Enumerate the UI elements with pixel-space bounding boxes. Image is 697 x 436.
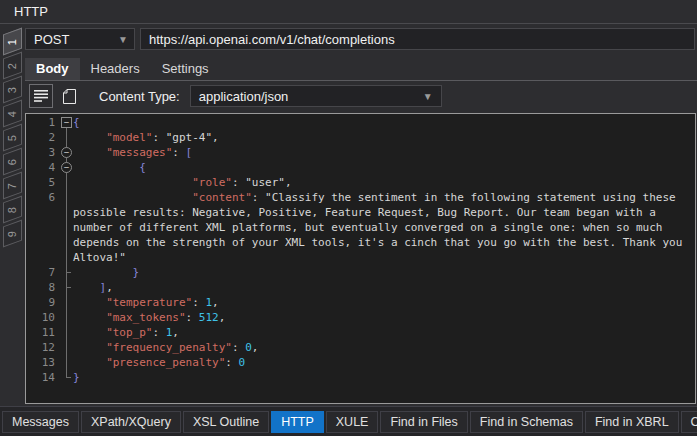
tab-settings[interactable]: Settings: [151, 58, 220, 80]
code-line: 4 {: [26, 160, 695, 175]
bottom-tab-find-in-xbrl[interactable]: Find in XBRL: [585, 411, 679, 433]
http-panel: 123456789 POST ▼ BodyHeadersSettings: [0, 24, 697, 406]
code-text: {: [73, 115, 695, 130]
fold-marker[interactable]: [60, 160, 73, 175]
side-tab-label: 4: [7, 110, 19, 116]
line-number: 13: [26, 355, 60, 370]
word-wrap-button[interactable]: [29, 84, 53, 108]
method-value: POST: [34, 32, 118, 47]
fold-guide: [60, 355, 73, 370]
method-dropdown[interactable]: POST ▼: [25, 28, 135, 50]
code-line: 8 ],: [26, 280, 695, 295]
chevron-down-icon: ▼: [423, 91, 433, 102]
bottom-tab-xule[interactable]: XULE: [326, 411, 379, 433]
panel-title: HTTP: [0, 0, 697, 24]
tab-headers[interactable]: Headers: [80, 58, 151, 80]
tab-body[interactable]: Body: [25, 58, 80, 80]
code-line: 14}: [26, 370, 695, 385]
code-line: 5 "role": "user",: [26, 175, 695, 190]
code-line: 2 "model": "gpt-4",: [26, 130, 695, 145]
line-number: 10: [26, 310, 60, 325]
fold-marker[interactable]: [60, 115, 73, 130]
line-number: 14: [26, 370, 60, 385]
line-number: 4: [26, 160, 60, 175]
code-line: 1{: [26, 115, 695, 130]
code-line: 10 "max_tokens": 512,: [26, 310, 695, 325]
fold-guide: [60, 310, 73, 325]
line-number: 1: [26, 115, 60, 130]
new-document-icon: [63, 89, 76, 104]
fold-guide: [60, 175, 73, 190]
fold-guide: [60, 265, 73, 280]
code-line: 13 "presence_penalty": 0: [26, 355, 695, 370]
line-number: 11: [26, 325, 60, 340]
bottom-tab-find-in-files[interactable]: Find in Files: [380, 411, 467, 433]
code-text: {: [73, 160, 695, 175]
code-text: }: [73, 370, 695, 385]
line-number: 8: [26, 280, 60, 295]
code-text: "top_p": 1,: [73, 325, 695, 340]
chevron-down-icon: ▼: [118, 34, 128, 45]
side-tab-label: 6: [7, 158, 19, 164]
code-line: 11 "top_p": 1,: [26, 325, 695, 340]
fold-guide: [60, 130, 73, 145]
bottom-tab-xpath-xquery[interactable]: XPath/XQuery: [81, 411, 181, 433]
bottom-tab-bar: MessagesXPath/XQueryXSL OutlineHTTPXULEF…: [0, 406, 697, 436]
line-number: 7: [26, 265, 60, 280]
fold-guide: [60, 280, 73, 295]
content-type-value: application/json: [199, 89, 423, 104]
side-tab-strip: 123456789: [0, 24, 25, 406]
side-tab-label: 1: [7, 38, 19, 44]
line-number: 6: [26, 190, 60, 205]
code-text: "content": "Classify the sentiment in th…: [73, 190, 695, 265]
body-toolbar: Content Type: application/json ▼: [25, 81, 697, 111]
content-type-label: Content Type:: [99, 89, 180, 104]
code-line: 6 "content": "Classify the sentiment in …: [26, 190, 695, 265]
request-row: POST ▼: [25, 28, 695, 52]
fold-guide: [60, 325, 73, 340]
code-text: "role": "user",: [73, 175, 695, 190]
code-editor[interactable]: 1{2 "model": "gpt-4",3 "messages": [4 {5…: [25, 113, 696, 404]
code-text: "max_tokens": 512,: [73, 310, 695, 325]
line-number: 5: [26, 175, 60, 190]
code-line: 12 "frequency_penalty": 0,: [26, 340, 695, 355]
side-tab-label: 5: [7, 134, 19, 140]
code-line: 9 "temperature": 1,: [26, 295, 695, 310]
view-tab-bar: BodyHeadersSettings: [25, 56, 697, 81]
code-line: 7 }: [26, 265, 695, 280]
fold-marker[interactable]: [60, 145, 73, 160]
bottom-tab-find-in-schemas[interactable]: Find in Schemas: [470, 411, 583, 433]
code-text: "model": "gpt-4",: [73, 130, 695, 145]
content-type-dropdown[interactable]: application/json ▼: [190, 85, 442, 107]
code-text: ],: [73, 280, 695, 295]
code-text: }: [73, 265, 695, 280]
side-tab-label: 7: [7, 182, 19, 188]
side-tab-label: 3: [7, 86, 19, 92]
line-number: 12: [26, 340, 60, 355]
side-tab-9[interactable]: 9: [3, 220, 22, 248]
word-wrap-icon: [34, 90, 48, 102]
fold-guide: [60, 295, 73, 310]
line-number: 3: [26, 145, 60, 160]
code-text: "presence_penalty": 0: [73, 355, 695, 370]
code-text: "temperature": 1,: [73, 295, 695, 310]
side-tab-label: 2: [7, 62, 19, 68]
new-document-button[interactable]: [57, 84, 81, 108]
url-input[interactable]: [140, 28, 695, 50]
code-text: "messages": [: [73, 145, 695, 160]
code-line: 3 "messages": [: [26, 145, 695, 160]
side-tab-label: 9: [7, 230, 19, 236]
bottom-tab-xsl-outline[interactable]: XSL Outline: [183, 411, 269, 433]
bottom-tab-http[interactable]: HTTP: [271, 411, 324, 433]
fold-guide: [60, 370, 73, 385]
code-text: "frequency_penalty": 0,: [73, 340, 695, 355]
line-number: 9: [26, 295, 60, 310]
bottom-tab-charts[interactable]: Charts: [681, 411, 697, 433]
request-content: POST ▼ BodyHeadersSettings: [25, 24, 697, 406]
fold-guide: [60, 190, 73, 265]
line-number: 2: [26, 130, 60, 145]
fold-guide: [60, 340, 73, 355]
bottom-tab-messages[interactable]: Messages: [2, 411, 79, 433]
side-tab-label: 8: [7, 206, 19, 212]
